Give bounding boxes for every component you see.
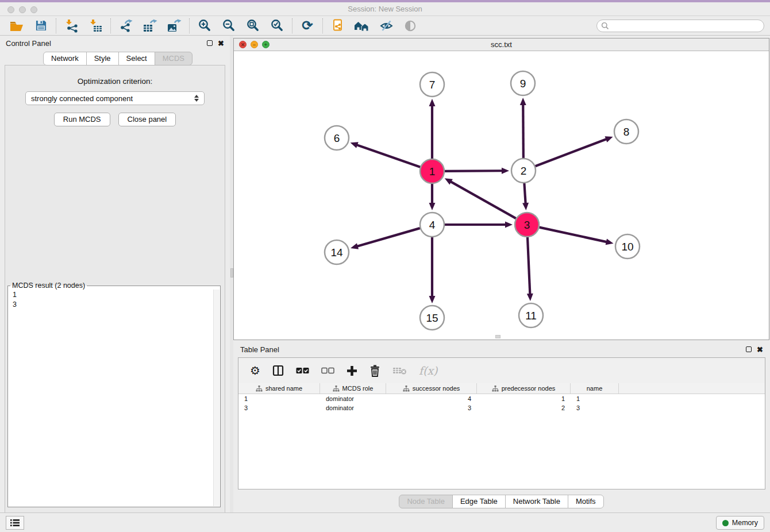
column-header-predecessor-nodes[interactable]: predecessor nodes [477,383,571,394]
tab-network-table[interactable]: Network Table [505,495,568,508]
table-cell: 3 [386,404,477,411]
splitter-grip-icon[interactable] [230,268,233,277]
graph-node-7[interactable]: 7 [420,72,444,97]
zoom-fit-icon [247,19,260,32]
graph-node-15[interactable]: 15 [420,306,444,330]
add-column-icon[interactable] [346,365,357,376]
graph-edge-2-8[interactable] [536,136,613,166]
graph-edge-3-10[interactable] [539,228,613,245]
hide-graphics-details-button[interactable] [374,17,398,34]
criterion-value: strongly connected component [31,94,133,103]
graph-node-9[interactable]: 9 [511,71,535,95]
toolbar-separator [56,18,56,33]
graph-edge-1-4[interactable] [429,184,436,210]
apply-layout-button[interactable]: ⟳ [295,17,319,34]
import-network-button[interactable] [59,17,83,34]
tab-motifs[interactable]: Motifs [568,495,604,508]
svg-text:11: 11 [525,310,537,322]
toolbar-separator [322,18,323,33]
column-header-shared-name[interactable]: shared name [238,383,320,394]
close-panel-button[interactable]: Close panel [118,113,176,126]
zoom-selected-button[interactable] [265,17,289,34]
show-graphics-details-button[interactable] [398,17,422,34]
zoom-out-button[interactable] [217,17,241,34]
graph-edge-2-3[interactable] [522,183,529,210]
graph-node-3[interactable]: 3 [515,213,539,237]
tab-network[interactable]: Network [43,52,87,65]
graph-node-6[interactable]: 6 [325,126,349,150]
float-panel-icon[interactable] [207,40,213,46]
canvas-scroll-nub[interactable] [495,335,500,338]
tab-mcds[interactable]: MCDS [155,52,192,65]
tab-edge-table[interactable]: Edge Table [452,495,506,508]
zoom-in-button[interactable] [192,17,217,34]
save-session-button[interactable] [29,17,53,34]
network-close-icon[interactable]: ✕ [239,41,247,48]
delete-column-icon[interactable] [369,365,380,377]
graph-node-14[interactable]: 14 [325,240,349,264]
svg-text:10: 10 [621,241,633,253]
export-network-button[interactable] [114,17,138,34]
graph-edge-3-1[interactable] [445,178,516,218]
export-table-button[interactable] [138,17,162,34]
graph-edge-4-14[interactable] [351,228,420,249]
graph-edge-3-11[interactable] [527,237,533,301]
table-cell: 3 [571,404,619,411]
graph-edge-1-6[interactable] [351,142,421,167]
tab-node-table[interactable]: Node Table [399,495,453,508]
search-input[interactable] [609,22,760,30]
import-table-icon [88,19,103,33]
search-box[interactable] [596,20,764,32]
import-table-button[interactable] [83,17,107,34]
memory-status-icon [722,520,729,526]
deselect-all-rows-icon[interactable] [321,367,334,374]
graph-edge-1-7[interactable] [429,99,436,159]
graph-node-2[interactable]: 2 [511,159,536,183]
close-panel-icon[interactable]: ✖ [218,40,224,47]
table-settings-icon[interactable]: ⚙ [250,365,260,376]
svg-text:1: 1 [429,165,436,178]
mcds-panel: Optimization criterion: strongly connect… [5,65,225,513]
graph-node-10[interactable]: 10 [615,234,640,259]
column-header-MCDS-role[interactable]: MCDS role [320,383,386,394]
clone-network-button[interactable] [326,17,350,34]
list-icon [10,519,20,527]
criterion-select[interactable]: strongly connected component [25,91,205,105]
toolbar-separator [189,18,190,33]
network-maximize-icon[interactable]: + [262,41,270,48]
table-cell: 1 [238,395,320,402]
save-floppy-icon [35,20,47,32]
graph-edge-4-15[interactable] [429,237,436,303]
graph-edge-1-2[interactable] [445,168,509,174]
select-all-rows-icon[interactable] [296,367,309,374]
svg-text:7: 7 [429,79,436,91]
result-scrollbar[interactable] [213,290,220,506]
network-window-titlebar[interactable]: scc.txt ✕ − + [234,38,769,51]
network-minimize-icon[interactable]: − [251,41,258,48]
show-panels-button[interactable] [6,516,24,530]
run-mcds-button[interactable]: Run MCDS [54,113,110,126]
first-neighbors-button[interactable] [350,17,374,34]
svg-text:15: 15 [426,312,438,324]
graph-node-8[interactable]: 8 [614,119,638,144]
table-panel-title: Table Panel [240,345,279,354]
graph-edge-2-9[interactable] [520,98,526,158]
tab-select[interactable]: Select [118,52,155,65]
open-session-button[interactable] [5,17,29,34]
graph-node-1[interactable]: 1 [420,159,444,183]
graph-node-4[interactable]: 4 [420,213,444,237]
column-header-name[interactable]: name [571,383,619,394]
network-canvas[interactable]: 7968124314101511 [234,51,769,340]
show-columns-icon[interactable] [272,365,284,376]
table-row[interactable]: 1dominator411 [238,394,765,403]
graph-edge-4-3[interactable] [445,222,513,228]
graph-node-11[interactable]: 11 [519,303,543,327]
export-image-button[interactable] [162,17,186,34]
tab-style[interactable]: Style [86,52,119,65]
zoom-fit-button[interactable] [241,17,265,34]
close-table-panel-icon[interactable]: ✖ [757,346,763,353]
memory-button[interactable]: Memory [716,516,764,530]
float-table-panel-icon[interactable] [746,346,752,352]
column-header-successor-nodes[interactable]: successor nodes [386,383,477,394]
table-row[interactable]: 3dominator323 [238,403,765,413]
